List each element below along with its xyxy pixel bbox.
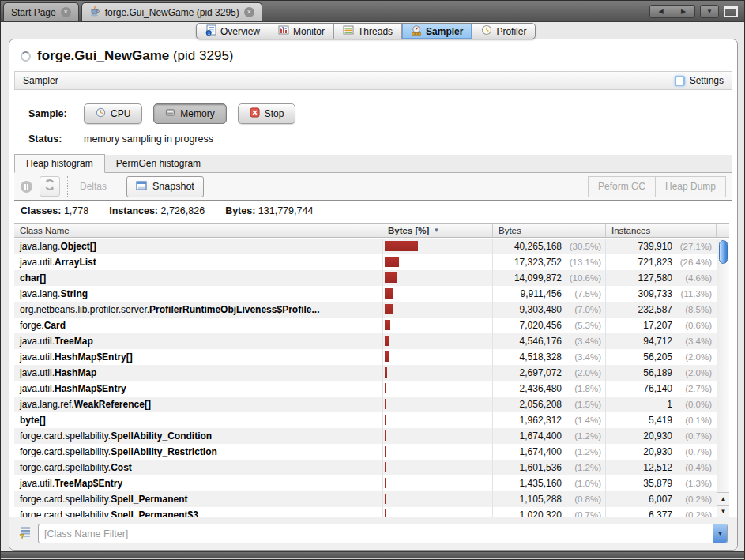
bytes-bar	[385, 304, 393, 314]
bytes-bar	[385, 446, 386, 457]
close-icon[interactable]: ×	[244, 7, 254, 17]
table-row[interactable]: org.netbeans.lib.profiler.server.Profile…	[14, 302, 717, 318]
scrollbar-thumb[interactable]	[719, 240, 728, 264]
nav-back-button[interactable]: ◀	[649, 5, 672, 18]
tab-heap-histogram[interactable]: Heap histogram	[14, 154, 105, 173]
class-name-cell: forge.Card	[14, 318, 382, 333]
class-name-cell: java.util.HashMap$Entry[]	[14, 349, 382, 365]
start-page-tab-label: Start Page	[11, 7, 56, 18]
bytes-cell: 2,056,208(1.5%)	[493, 397, 606, 412]
instances-value: 2,726,826	[161, 205, 205, 216]
class-name-cell: byte[]	[14, 412, 382, 428]
table-row[interactable]: java.lang.ref.WeakReference[]2,056,208(1…	[14, 397, 717, 412]
snapshot-icon	[136, 180, 147, 194]
scroll-down-icon[interactable]: ▼	[717, 505, 729, 517]
snapshot-button[interactable]: Snapshot	[126, 176, 204, 197]
table-row[interactable]: java.lang.Object[]40,265,168(30.5%)739,9…	[14, 239, 717, 254]
cpu-button[interactable]: CPU	[84, 103, 142, 124]
tab-sampler[interactable]: Sampler	[401, 24, 472, 39]
scroll-up-icon[interactable]: ▲	[717, 492, 729, 505]
bytes-cell: 1,962,312(1.4%)	[493, 412, 606, 428]
refresh-button[interactable]	[40, 176, 60, 197]
table-row[interactable]: forge.card.spellability.Cost1,601,536(1.…	[14, 460, 717, 475]
column-header-bytes-pct[interactable]: Bytes [%] ▼	[382, 224, 493, 237]
filter-dropdown-icon[interactable]: ▼	[713, 524, 727, 543]
vertical-scrollbar[interactable]: ▲ ▼	[717, 239, 729, 517]
tab-list-dropdown-button[interactable]: ▼	[700, 5, 719, 18]
table-row[interactable]: java.util.ArrayList17,323,752(13.1%)721,…	[14, 254, 717, 270]
class-name-cell: java.util.TreeMap	[14, 333, 382, 349]
bytes-bar-cell	[382, 460, 493, 475]
bytes-bar	[385, 320, 390, 330]
deltas-toggle[interactable]: Deltas	[75, 181, 111, 192]
memory-button[interactable]: Memory	[153, 103, 226, 124]
column-header-instances[interactable]: Instances	[606, 224, 717, 237]
class-name-cell: java.lang.Object[]	[14, 239, 382, 254]
instances-cell: 5,419(0.1%)	[606, 412, 716, 428]
table-row[interactable]: java.util.HashMap$Entry2,436,480(1.8%)76…	[14, 381, 717, 397]
tab-profiler[interactable]: Profiler	[472, 24, 535, 39]
perform-gc-button[interactable]: Peform GC	[588, 176, 656, 197]
table-header: Class Name Bytes [%] ▼ Bytes Instances	[14, 223, 729, 238]
table-row[interactable]: forge.card.spellability.SpellAbility_Res…	[14, 444, 717, 460]
tab-profiler-label: Profiler	[496, 26, 526, 37]
sort-descending-icon: ▼	[433, 227, 439, 234]
tab-threads[interactable]: Threads	[333, 24, 401, 39]
clock-icon	[96, 107, 106, 120]
table-row[interactable]: java.util.HashMap$Entry[]4,518,328(3.4%)…	[14, 349, 717, 365]
table-row[interactable]: forge.card.spellability.Spell_Permanent1…	[14, 491, 717, 507]
bytes-cell: 2,697,072(2.0%)	[493, 365, 606, 381]
table-row[interactable]: char[]14,099,872(10.6%)127,580(4.6%)	[14, 270, 717, 286]
instances-cell: 1(0.0%)	[606, 397, 716, 412]
bytes-bar-cell	[382, 428, 493, 444]
progress-spinner-icon	[21, 51, 31, 62]
window-bottom-frame	[1, 551, 744, 559]
table-row[interactable]: java.util.HashMap2,697,072(2.0%)56,189(2…	[14, 365, 717, 381]
bytes-bar	[385, 462, 386, 472]
tab-permgen-histogram[interactable]: PermGen histogram	[105, 155, 212, 172]
bytes-bar	[385, 415, 386, 425]
bytes-cell: 2,436,480(1.8%)	[493, 381, 606, 397]
bytes-bar	[385, 494, 386, 504]
heap-dump-button[interactable]: Heap Dump	[655, 176, 726, 197]
bytes-bar	[385, 351, 389, 362]
bytes-bar	[385, 430, 386, 441]
class-name-cell: org.netbeans.lib.profiler.server.Profile…	[14, 302, 382, 318]
view-tab-bar: 1 Overview Monitor	[196, 23, 536, 39]
nav-forward-button[interactable]: ▶	[672, 5, 695, 18]
tab-monitor[interactable]: Monitor	[269, 24, 333, 39]
java-cup-icon	[89, 6, 100, 19]
bytes-value: 131,779,744	[258, 205, 314, 216]
heap-summary: Classes: 1,778 Instances: 2,726,826 Byte…	[21, 205, 313, 216]
column-header-class-name[interactable]: Class Name	[14, 224, 382, 237]
overview-icon: 1	[205, 24, 216, 38]
table-row[interactable]: byte[]1,962,312(1.4%)5,419(0.1%)	[14, 412, 717, 428]
stop-button[interactable]: Stop	[238, 103, 296, 124]
class-name-cell: forge.card.spellability.Spell_Permanent	[14, 491, 382, 507]
table-row[interactable]: forge.card.spellability.SpellAbility_Con…	[14, 428, 717, 444]
sample-label: Sample:	[28, 108, 73, 119]
bytes-bar-cell	[382, 491, 493, 507]
tab-start-page[interactable]: Start Page ×	[3, 2, 79, 21]
table-row[interactable]: java.util.TreeMap4,546,176(3.4%)94,712(3…	[14, 333, 717, 349]
close-icon[interactable]: ×	[61, 7, 71, 17]
svg-text:1: 1	[208, 31, 210, 36]
bytes-cell: 7,020,456(5.3%)	[493, 318, 606, 333]
class-name-filter-input[interactable]: [Class Name Filter] ▼	[38, 524, 728, 543]
table-row[interactable]: java.lang.String9,911,456(7.5%)309,733(1…	[14, 286, 717, 302]
bytes-bar-cell	[382, 254, 493, 270]
memory-chip-icon	[165, 107, 175, 120]
tab-application[interactable]: forge.Gui_NewGame (pid 3295) ×	[81, 2, 262, 21]
table-row[interactable]: forge.Card7,020,456(5.3%)17,207(0.6%)	[14, 318, 717, 333]
cpu-button-label: CPU	[111, 108, 130, 119]
tab-overview[interactable]: 1 Overview	[197, 24, 269, 39]
instances-cell: 35,879(1.3%)	[606, 475, 716, 491]
bytes-bar	[385, 478, 386, 488]
maximize-icon[interactable]	[724, 6, 738, 17]
settings-checkbox[interactable]	[675, 76, 685, 86]
pause-icon[interactable]	[21, 181, 32, 193]
column-header-bytes[interactable]: Bytes	[493, 224, 606, 237]
stop-button-label: Stop	[265, 108, 284, 119]
document-tabstrip: Start Page × forge.Gui_NewGame (pid 3295…	[1, 1, 744, 22]
table-row[interactable]: java.util.TreeMap$Entry1,435,160(1.0%)35…	[14, 475, 717, 491]
